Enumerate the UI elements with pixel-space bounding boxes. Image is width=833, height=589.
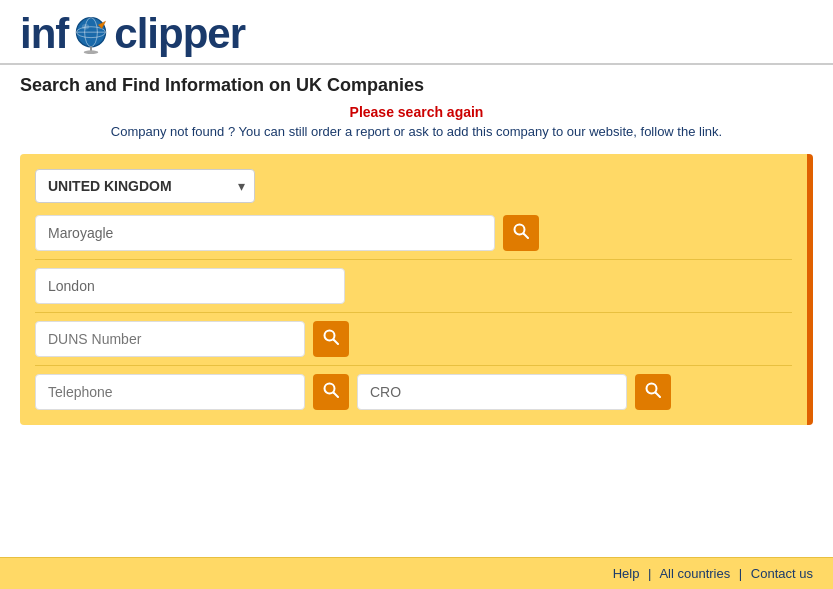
footer: Help | All countries | Contact us <box>0 557 833 589</box>
svg-point-5 <box>84 50 99 54</box>
svg-point-6 <box>82 24 89 29</box>
all-countries-link[interactable]: All countries <box>659 566 730 581</box>
duns-search-row <box>35 321 792 357</box>
svg-line-10 <box>334 340 339 345</box>
contact-us-link[interactable]: Contact us <box>751 566 813 581</box>
header: inf clipper <box>0 0 833 65</box>
help-link[interactable]: Help <box>613 566 640 581</box>
country-select[interactable]: UNITED KINGDOM FRANCE GERMANY SPAIN ITAL… <box>35 169 255 203</box>
main-content: Search and Find Information on UK Compan… <box>0 65 833 435</box>
divider-2 <box>35 312 792 313</box>
sic-search-button[interactable] <box>635 374 671 410</box>
svg-line-14 <box>656 393 661 398</box>
telephone-search-button[interactable] <box>313 374 349 410</box>
search-icon <box>513 223 529 243</box>
logo: inf clipper <box>20 10 245 58</box>
telephone-input[interactable] <box>35 374 305 410</box>
separator-1: | <box>648 566 651 581</box>
country-selector: UNITED KINGDOM FRANCE GERMANY SPAIN ITAL… <box>35 169 792 203</box>
logo-globe-icon <box>69 12 113 56</box>
logo-suffix: clipper <box>114 10 245 58</box>
city-input[interactable] <box>35 268 345 304</box>
company-name-input[interactable] <box>35 215 495 251</box>
separator-2: | <box>739 566 742 581</box>
company-search-row <box>35 215 792 251</box>
divider-3 <box>35 365 792 366</box>
telephone-sic-row <box>35 374 792 410</box>
company-search-button[interactable] <box>503 215 539 251</box>
divider-1 <box>35 259 792 260</box>
duns-number-input[interactable] <box>35 321 305 357</box>
info-message: Company not found ? You can still order … <box>20 124 813 139</box>
logo-prefix: inf <box>20 10 68 58</box>
search-icon <box>323 382 339 402</box>
sic-input[interactable] <box>357 374 627 410</box>
search-area: UNITED KINGDOM FRANCE GERMANY SPAIN ITAL… <box>20 154 813 425</box>
error-message: Please search again <box>20 104 813 120</box>
search-icon <box>323 329 339 349</box>
page-title: Search and Find Information on UK Compan… <box>20 75 813 96</box>
duns-search-button[interactable] <box>313 321 349 357</box>
city-search-row <box>35 268 792 304</box>
svg-line-8 <box>524 234 529 239</box>
svg-line-12 <box>334 393 339 398</box>
country-select-wrapper[interactable]: UNITED KINGDOM FRANCE GERMANY SPAIN ITAL… <box>35 169 255 203</box>
search-icon <box>645 382 661 402</box>
